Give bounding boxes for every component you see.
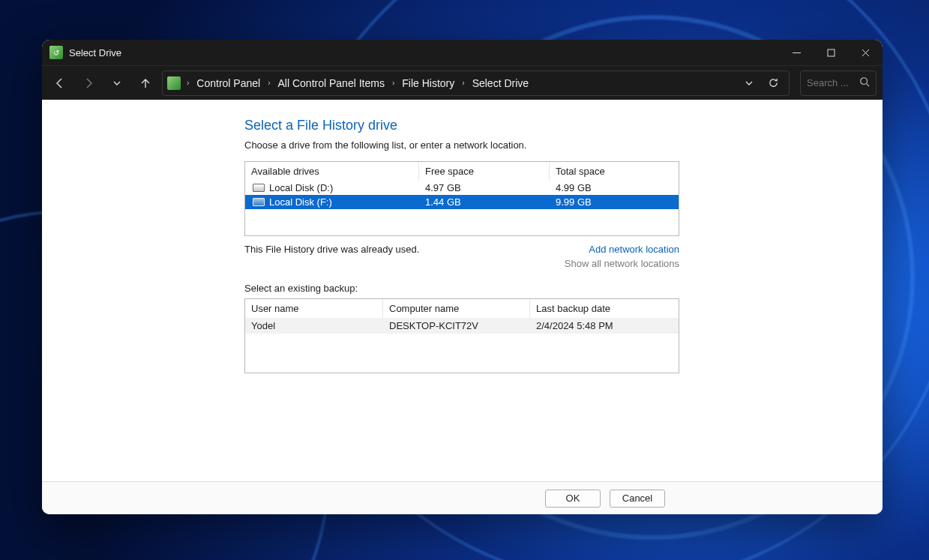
- refresh-button[interactable]: [762, 72, 784, 94]
- desktop-background: Select Drive › Control Panel › All Contr…: [0, 0, 929, 560]
- drive-total: 4.99 GB: [550, 181, 679, 195]
- backup-computer: DESKTOP-KCIT72V: [383, 318, 530, 334]
- drive-free: 1.44 GB: [419, 195, 550, 209]
- drive-row[interactable]: Local Disk (D:) 4.97 GB 4.99 GB: [245, 181, 679, 195]
- existing-backup-label: Select an existing backup:: [244, 283, 679, 294]
- breadcrumb-all-items[interactable]: All Control Panel Items: [274, 74, 389, 92]
- breadcrumb-select-drive[interactable]: Select Drive: [468, 74, 533, 92]
- drive-free: 4.97 GB: [419, 181, 550, 195]
- drive-icon: [253, 198, 265, 206]
- backup-list[interactable]: User name Computer name Last backup date…: [244, 298, 679, 373]
- page-subtitle: Choose a drive from the following list, …: [244, 139, 679, 151]
- dialog-footer: OK Cancel: [42, 481, 883, 514]
- maximize-button[interactable]: [814, 40, 848, 65]
- breadcrumb-control-panel[interactable]: Control Panel: [192, 74, 265, 92]
- ok-button[interactable]: OK: [545, 490, 601, 508]
- file-history-icon: [49, 46, 63, 59]
- search-icon: [859, 76, 870, 89]
- col-free-space[interactable]: Free space: [419, 162, 550, 181]
- chevron-right-icon: ›: [266, 79, 271, 87]
- content-area: Select a File History drive Choose a dri…: [42, 100, 883, 481]
- window-title: Select Drive: [69, 47, 121, 58]
- drive-row-selected[interactable]: Local Disk (F:) 1.44 GB 9.99 GB: [245, 195, 679, 209]
- drive-name: Local Disk (D:): [269, 182, 333, 193]
- drives-list[interactable]: Available drives Free space Total space …: [244, 161, 679, 236]
- search-box[interactable]: [800, 70, 877, 96]
- recent-dropdown-button[interactable]: [105, 71, 129, 95]
- back-button[interactable]: [48, 71, 72, 95]
- chevron-right-icon: ›: [391, 79, 396, 87]
- forward-button[interactable]: [76, 71, 100, 95]
- backup-user: Yodel: [245, 318, 383, 334]
- drive-name: Local Disk (F:): [269, 196, 332, 208]
- cancel-button[interactable]: Cancel: [610, 490, 665, 508]
- chevron-right-icon: ›: [185, 79, 190, 87]
- col-computer-name[interactable]: Computer name: [383, 299, 530, 318]
- chevron-right-icon: ›: [460, 79, 466, 87]
- show-all-network-locations-link[interactable]: Show all network locations: [565, 258, 679, 269]
- navigation-bar: › Control Panel › All Control Panel Item…: [42, 65, 883, 100]
- address-bar[interactable]: › Control Panel › All Control Panel Item…: [162, 70, 790, 96]
- col-available-drives[interactable]: Available drives: [245, 162, 419, 181]
- breadcrumb-file-history[interactable]: File History: [397, 74, 459, 92]
- minimize-button[interactable]: [779, 40, 814, 65]
- drive-used-message: This File History drive was already used…: [244, 244, 589, 255]
- page-heading: Select a File History drive: [244, 118, 679, 133]
- svg-rect-0: [828, 49, 835, 56]
- svg-point-1: [861, 78, 868, 85]
- address-history-button[interactable]: [738, 72, 760, 94]
- drive-icon: [253, 184, 265, 192]
- search-input[interactable]: [807, 77, 856, 88]
- col-last-backup-date[interactable]: Last backup date: [530, 299, 679, 318]
- col-user-name[interactable]: User name: [245, 299, 383, 318]
- backup-row[interactable]: Yodel DESKTOP-KCIT72V 2/4/2024 5:48 PM: [245, 318, 679, 334]
- close-button[interactable]: [848, 40, 883, 65]
- select-drive-window: Select Drive › Control Panel › All Contr…: [42, 40, 883, 514]
- location-icon: [167, 76, 181, 90]
- drives-header-row: Available drives Free space Total space: [245, 162, 679, 181]
- backup-date: 2/4/2024 5:48 PM: [530, 318, 679, 334]
- add-network-location-link[interactable]: Add network location: [589, 244, 679, 255]
- titlebar[interactable]: Select Drive: [42, 40, 883, 65]
- up-button[interactable]: [133, 71, 157, 95]
- drive-total: 9.99 GB: [550, 195, 679, 209]
- backup-header-row: User name Computer name Last backup date: [245, 299, 679, 318]
- col-total-space[interactable]: Total space: [550, 162, 679, 181]
